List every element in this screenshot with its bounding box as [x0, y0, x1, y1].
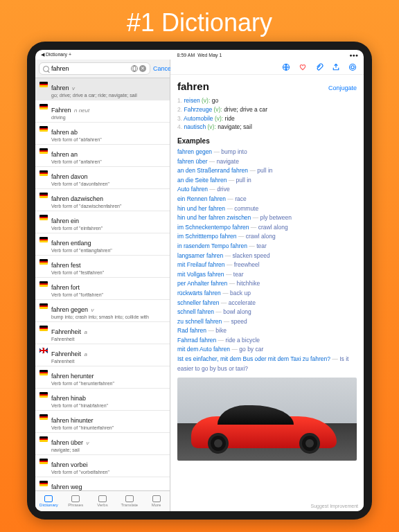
example-en[interactable]: tear	[233, 271, 244, 278]
globe-icon[interactable]	[282, 63, 290, 71]
example-en[interactable]: speed	[231, 318, 247, 325]
example-en[interactable]: race	[235, 195, 247, 202]
flag-icon	[39, 126, 48, 132]
list-item[interactable]: fahren gegen vbump into; crash into; sma…	[35, 300, 170, 322]
share-icon[interactable]	[332, 63, 340, 71]
example-de[interactable]: ein Rennen fahren	[177, 195, 226, 202]
example-de[interactable]: zu schnell fahren	[177, 318, 222, 325]
example-en[interactable]: ply between	[260, 214, 292, 221]
example-en[interactable]: pull in	[236, 177, 251, 184]
tab-more[interactable]: More	[143, 491, 170, 511]
example-de[interactable]: Rad fahren	[177, 327, 206, 334]
def-term[interactable]: Fahrzeuge	[184, 106, 212, 113]
example-en[interactable]: freewheel	[234, 261, 260, 268]
status-date: Wed May 1	[197, 53, 222, 57]
example-en[interactable]: pull in	[257, 167, 272, 174]
example-en[interactable]: ride a bicycle	[225, 337, 260, 344]
paperclip-icon[interactable]	[315, 63, 323, 71]
list-item[interactable]: Fahrenheit aFahrenheit	[35, 322, 170, 344]
example-de[interactable]: langsamer fahren	[177, 252, 223, 259]
list-item[interactable]: fahren vorbei Verb form of "vorbeifahren…	[35, 455, 170, 477]
term: fahren hinab	[51, 395, 86, 402]
search-box[interactable]: ✕	[39, 62, 150, 75]
list-item[interactable]: Fahren n neutdriving	[35, 100, 170, 123]
list-item[interactable]: fahren hinab Verb form of "hinabfahren"	[35, 389, 170, 411]
example-de[interactable]: an die Seite fahren	[177, 177, 227, 184]
tab-phrases[interactable]: Phrases	[62, 491, 89, 511]
example: fahren über — navigate	[177, 157, 357, 167]
term: fahren an	[51, 151, 78, 158]
def-term[interactable]: Automobile	[184, 115, 213, 122]
clear-icon[interactable]: ✕	[139, 65, 146, 72]
term: fahren herunter	[51, 373, 94, 380]
example-de[interactable]: fahren gegen	[177, 148, 212, 155]
example-de[interactable]: fahren über	[177, 158, 207, 165]
list-item[interactable]: fahren dazwischen Verb form of "dazwisch…	[35, 189, 170, 211]
term: fahren fort	[51, 284, 80, 291]
def-term[interactable]: reisen	[184, 97, 200, 104]
example-de[interactable]: an den Straßenrand fahren	[177, 167, 248, 174]
tab-verbs[interactable]: Verbs	[89, 491, 116, 511]
list-item[interactable]: fahren vgo; drive; drive a car; ride; na…	[35, 78, 170, 100]
heart-icon[interactable]	[299, 63, 307, 71]
example-en[interactable]: drive	[217, 186, 229, 193]
example-de[interactable]: Auto fahren	[177, 186, 208, 193]
flag-icon	[39, 82, 48, 87]
suggest-improvement-link[interactable]: Suggest Improvement	[170, 501, 364, 511]
example-de[interactable]: schneller fahren	[177, 299, 219, 306]
settings-icon[interactable]	[348, 63, 357, 71]
example-de[interactable]: mit dem Auto fahren	[177, 346, 230, 353]
cancel-button[interactable]: Cancel	[153, 65, 172, 72]
example-de[interactable]: mit Freilauf fahren	[177, 261, 225, 268]
example-de[interactable]: Ist es einfacher, mit dem Bus oder mit d…	[177, 355, 330, 362]
list-item[interactable]: fahren weg Verb form of "wegfahren"	[35, 477, 170, 490]
conjugate-link[interactable]: Conjugate	[328, 85, 357, 91]
example-en[interactable]: bowl along	[223, 308, 251, 315]
subtext: Verb form of "herunterfahren"	[51, 381, 166, 386]
search-input[interactable]	[51, 65, 129, 72]
list-item[interactable]: fahren hinunter Verb form of "hinunterfa…	[35, 411, 170, 433]
example-en[interactable]: crawl along	[258, 224, 288, 231]
tab-dictionary[interactable]: Dictionary	[35, 491, 62, 511]
example-en[interactable]: slacken speed	[232, 252, 269, 259]
example-en[interactable]: back up	[230, 290, 251, 296]
flag-icon	[39, 148, 48, 154]
example: in rasendem Tempo fahren — tear	[177, 242, 357, 251]
example-de[interactable]: per Anhalter fahren	[177, 280, 227, 287]
example-en[interactable]: tear	[256, 242, 267, 249]
example-en[interactable]: crawl along	[246, 233, 276, 240]
list-item[interactable]: fahren entlang Verb form of "entlangfahr…	[35, 233, 170, 256]
list-item[interactable]: fahren ab Verb form of "abfahren"	[35, 123, 170, 145]
list-item[interactable]: fahren an Verb form of "anfahren"	[35, 145, 170, 167]
example-de[interactable]: hin und her fahren zwischen	[177, 214, 251, 221]
results-list[interactable]: fahren vgo; drive; drive a car; ride; na…	[35, 78, 170, 490]
example-en[interactable]: commute	[234, 205, 258, 212]
example: im Schritttempo fahren — crawl along	[177, 232, 357, 242]
example-de[interactable]: schnell fahren	[177, 308, 214, 315]
example-en[interactable]: accelerate	[229, 299, 256, 306]
example-de[interactable]: mit Vollgas fahren	[177, 271, 224, 278]
tab-translate[interactable]: Translate	[116, 491, 143, 511]
list-item[interactable]: fahren fest Verb form of "festfahren"	[35, 256, 170, 278]
list-item[interactable]: fahren über vnavigate; sail	[35, 433, 170, 455]
example: langsamer fahren — slacken speed	[177, 251, 357, 261]
example-en[interactable]: bump into	[221, 148, 247, 155]
example-de[interactable]: Fahrrad fahren	[177, 337, 216, 344]
example-de[interactable]: in rasendem Tempo fahren	[177, 242, 247, 249]
list-item[interactable]: fahren fort Verb form of "fortfahren"	[35, 278, 170, 300]
example-de[interactable]: hin und her fahren	[177, 205, 225, 212]
example-de[interactable]: rückwärts fahren	[177, 290, 221, 296]
list-item[interactable]: fahren herunter Verb form of "herunterfa…	[35, 366, 170, 389]
example-de[interactable]: im Schneckentempo fahren	[177, 224, 249, 231]
globe-icon[interactable]	[131, 65, 138, 72]
list-item[interactable]: Fahrenheit aFahrenheit	[35, 344, 170, 366]
example-en[interactable]: bike	[215, 327, 227, 334]
example-de[interactable]: im Schritttempo fahren	[177, 233, 237, 240]
def-term[interactable]: nautisch	[184, 123, 206, 130]
detail-content: fahren Conjugate 1. reisen (v): go2. Fah…	[170, 75, 364, 501]
example-en[interactable]: hitchhike	[237, 280, 260, 287]
example-en[interactable]: go by car	[239, 346, 263, 353]
list-item[interactable]: fahren davon Verb form of "davonfahren"	[35, 167, 170, 189]
example-en[interactable]: navigate	[217, 158, 239, 165]
list-item[interactable]: fahren ein Verb form of "einfahren"	[35, 211, 170, 233]
